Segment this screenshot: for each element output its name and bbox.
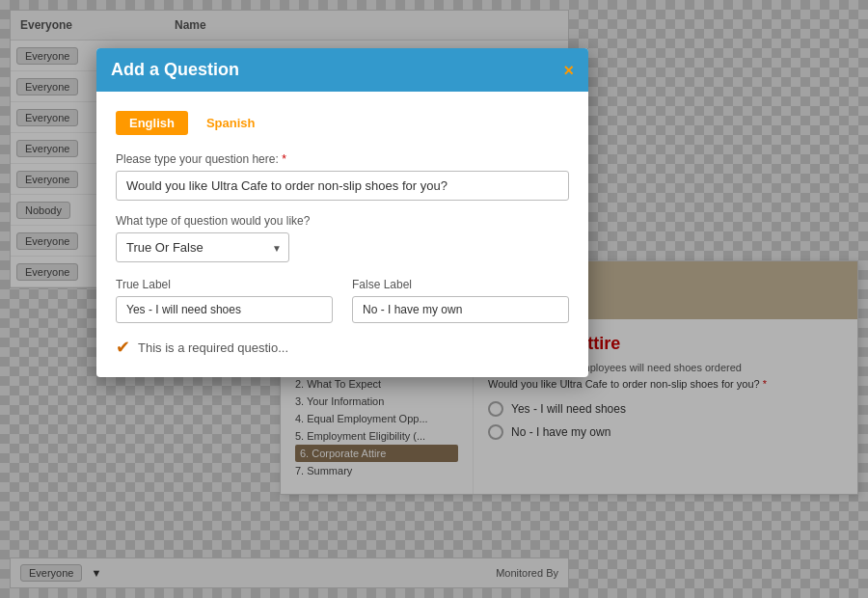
modal-header: Add a Question ×: [96, 48, 588, 92]
tab-spanish[interactable]: Spanish: [193, 111, 269, 135]
false-label-input[interactable]: [352, 296, 569, 323]
question-type-select[interactable]: True Or False Multiple Choice Short Answ…: [116, 232, 289, 262]
language-tabs: English Spanish: [116, 111, 569, 135]
checkmark-icon: ✔: [116, 337, 130, 358]
question-type-select-wrapper: True Or False Multiple Choice Short Answ…: [116, 232, 289, 262]
true-label-input[interactable]: [116, 296, 333, 323]
true-label-label: True Label: [116, 278, 333, 291]
modal-title: Add a Question: [111, 60, 239, 80]
add-question-modal: Add a Question × English Spanish Please …: [96, 48, 588, 377]
modal-close-button[interactable]: ×: [563, 62, 574, 79]
true-label-field: True Label: [116, 278, 333, 323]
question-type-label: What type of question would you like?: [116, 214, 569, 228]
true-false-labels: True Label False Label: [116, 278, 569, 323]
question-field-label: Please type your question here: *: [116, 152, 569, 166]
modal-body: English Spanish Please type your questio…: [96, 92, 588, 377]
required-checkbox-row: ✔ This is a required questio...: [116, 337, 569, 358]
tab-english[interactable]: English: [116, 111, 188, 135]
question-required-marker: *: [282, 152, 286, 166]
false-label-field: False Label: [352, 278, 569, 323]
required-question-label: This is a required questio...: [138, 340, 288, 355]
false-label-label: False Label: [352, 278, 569, 291]
question-text-input[interactable]: [116, 171, 569, 201]
